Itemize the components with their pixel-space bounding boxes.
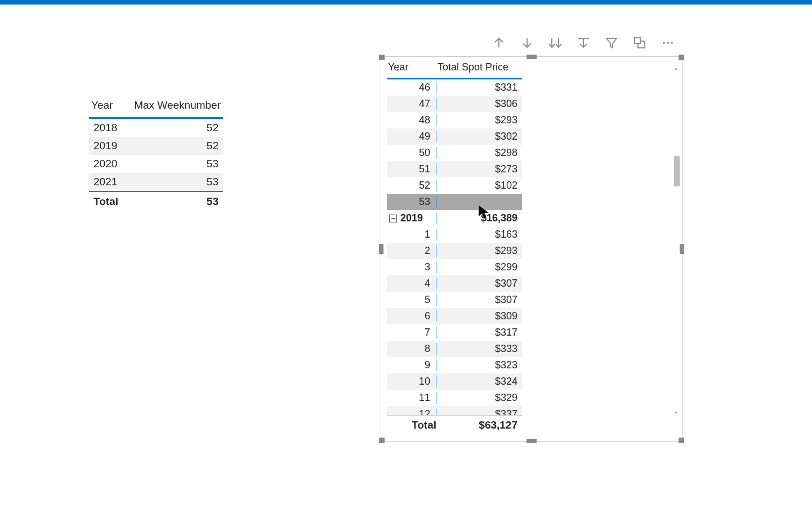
row-label: 4 bbox=[387, 278, 436, 289]
collapse-toggle-icon[interactable]: − bbox=[389, 215, 397, 222]
col-header-year[interactable]: Year bbox=[89, 96, 125, 118]
matrix-row[interactable]: 46$331 bbox=[387, 79, 522, 96]
row-label: −2019 bbox=[387, 212, 436, 224]
matrix-row[interactable]: 49$302 bbox=[387, 128, 522, 145]
filter-icon[interactable] bbox=[603, 34, 621, 52]
row-label: 8 bbox=[387, 343, 436, 355]
resize-handle-right[interactable] bbox=[680, 244, 684, 254]
table-row[interactable]: 202053 bbox=[89, 155, 223, 173]
matrix-table: Year Total Spot Price 46$33147$30648$293… bbox=[387, 59, 522, 435]
more-options-icon[interactable] bbox=[659, 34, 677, 52]
resize-handle-tr[interactable] bbox=[679, 55, 684, 60]
resize-handle-left[interactable] bbox=[379, 244, 383, 254]
matrix-header-row: Year Total Spot Price bbox=[387, 59, 522, 79]
row-label: 47 bbox=[387, 98, 436, 110]
focus-mode-icon[interactable] bbox=[631, 34, 649, 52]
matrix-row[interactable]: 5$307 bbox=[387, 292, 522, 308]
row-label: 52 bbox=[387, 180, 436, 191]
col-header-year[interactable]: Year bbox=[387, 61, 438, 73]
matrix-row[interactable]: 4$307 bbox=[387, 275, 522, 292]
col-header-max-weeknumber[interactable]: Max Weeknumber bbox=[125, 96, 223, 118]
resize-handle-top[interactable] bbox=[527, 55, 537, 59]
row-value: $307 bbox=[436, 294, 522, 306]
total-label: Total bbox=[387, 419, 442, 431]
matrix-group-row[interactable]: −2019$16,389 bbox=[387, 210, 522, 226]
table-visual-left[interactable]: Year Max Weeknumber 20185220195220205320… bbox=[89, 96, 223, 211]
resize-handle-br[interactable] bbox=[679, 438, 684, 443]
row-label: 1 bbox=[387, 229, 436, 240]
row-value: $299 bbox=[436, 261, 522, 273]
row-value: $307 bbox=[436, 278, 522, 289]
matrix-row[interactable]: 6$309 bbox=[387, 308, 522, 324]
table-total-row: Total 53 bbox=[89, 191, 223, 211]
cell-value: 52 bbox=[125, 118, 223, 137]
row-label: 9 bbox=[387, 359, 436, 371]
row-value: $337 bbox=[436, 408, 522, 415]
row-label: 10 bbox=[387, 376, 436, 387]
row-label: 48 bbox=[387, 114, 436, 126]
row-label: 50 bbox=[387, 147, 436, 159]
matrix-row[interactable]: 2$293 bbox=[387, 243, 522, 259]
cell-year: 2021 bbox=[89, 173, 125, 191]
row-label: 11 bbox=[387, 392, 436, 404]
row-value: $293 bbox=[436, 114, 522, 126]
drill-up-icon[interactable] bbox=[490, 34, 508, 52]
total-value: 53 bbox=[125, 191, 223, 211]
matrix-row[interactable]: 3$299 bbox=[387, 259, 522, 275]
table-row[interactable]: 201952 bbox=[89, 137, 223, 155]
matrix-row[interactable]: 51$273 bbox=[387, 161, 522, 177]
cell-value: 53 bbox=[125, 155, 223, 173]
table-row[interactable]: 201852 bbox=[89, 118, 223, 137]
row-label: 6 bbox=[387, 310, 436, 322]
matrix-row[interactable]: 9$323 bbox=[387, 357, 522, 373]
cell-year: 2020 bbox=[89, 155, 125, 173]
col-header-total-spot-price[interactable]: Total Spot Price bbox=[438, 61, 522, 73]
total-label: Total bbox=[89, 191, 125, 211]
resize-handle-tl[interactable] bbox=[379, 55, 385, 60]
matrix-row[interactable]: 10$324 bbox=[387, 373, 522, 390]
table-header-row: Year Max Weeknumber bbox=[89, 96, 223, 118]
matrix-row[interactable]: 12$337 bbox=[387, 406, 522, 415]
row-value: $302 bbox=[436, 131, 522, 142]
row-label: 7 bbox=[387, 327, 436, 338]
row-value: $333 bbox=[436, 343, 522, 355]
scroll-down-button[interactable]: ˅ bbox=[672, 411, 680, 418]
cell-year: 2018 bbox=[89, 118, 125, 137]
row-value: $16,389 bbox=[436, 212, 522, 224]
scroll-up-button[interactable]: ˄ bbox=[672, 67, 680, 75]
row-value: $329 bbox=[436, 392, 522, 404]
table-row[interactable]: 202153 bbox=[89, 173, 223, 191]
row-label: 46 bbox=[387, 82, 436, 93]
matrix-row[interactable]: 53 bbox=[387, 194, 522, 210]
matrix-row[interactable]: 50$298 bbox=[387, 145, 522, 161]
matrix-row[interactable]: 7$317 bbox=[387, 324, 522, 341]
visual-selection-frame[interactable]: ˄ ˅ Year Total Spot Price 46$33147$30648… bbox=[381, 56, 682, 442]
cell-value: 52 bbox=[125, 137, 223, 155]
row-label: 3 bbox=[387, 261, 436, 273]
row-value: $273 bbox=[436, 163, 522, 175]
matrix-row[interactable]: 8$333 bbox=[387, 341, 522, 357]
matrix-row[interactable]: 11$329 bbox=[387, 390, 522, 406]
row-value: $309 bbox=[436, 310, 522, 322]
matrix-row[interactable]: 52$102 bbox=[387, 177, 522, 194]
expand-all-icon[interactable] bbox=[546, 34, 564, 52]
row-value: $317 bbox=[436, 327, 522, 338]
row-value: $293 bbox=[436, 245, 522, 257]
matrix-row[interactable]: 1$163 bbox=[387, 226, 522, 243]
svg-point-0 bbox=[663, 42, 665, 44]
drill-mode-icon[interactable] bbox=[574, 34, 592, 52]
resize-handle-bottom[interactable] bbox=[527, 439, 537, 443]
row-value: $324 bbox=[436, 376, 522, 387]
matrix-row[interactable]: 48$293 bbox=[387, 112, 522, 128]
total-value: $63,127 bbox=[442, 419, 522, 431]
row-value: $102 bbox=[436, 180, 522, 191]
resize-handle-bl[interactable] bbox=[379, 438, 385, 443]
scroll-thumb[interactable] bbox=[674, 156, 680, 186]
svg-point-1 bbox=[667, 42, 669, 44]
matrix-row[interactable]: 47$306 bbox=[387, 96, 522, 112]
matrix-total-row: Total $63,127 bbox=[387, 415, 522, 435]
drill-down-icon[interactable] bbox=[518, 34, 536, 52]
row-value: $323 bbox=[436, 359, 522, 371]
matrix-visual-right[interactable]: ˄ ˅ Year Total Spot Price 46$33147$30648… bbox=[381, 32, 682, 447]
row-label: 51 bbox=[387, 163, 436, 175]
